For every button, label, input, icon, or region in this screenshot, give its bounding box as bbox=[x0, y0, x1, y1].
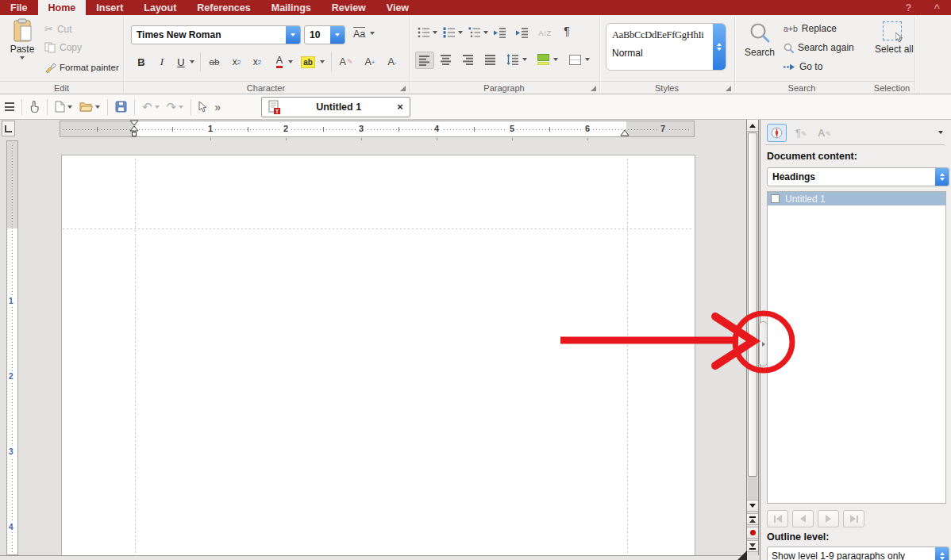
paragraph-style-panel-button[interactable]: ¶✎ bbox=[795, 127, 807, 139]
collapse-ribbon-icon[interactable]: ^ bbox=[922, 0, 951, 15]
bullet-list-dropdown-icon[interactable] bbox=[433, 31, 437, 34]
character-dialog-launcher[interactable] bbox=[400, 86, 406, 91]
paragraph-background-button[interactable] bbox=[534, 52, 552, 67]
align-center-button[interactable] bbox=[437, 52, 455, 67]
redo-button[interactable]: ↷ bbox=[167, 100, 184, 114]
sort-button[interactable]: A↕Z bbox=[536, 25, 553, 40]
outline-list-dropdown-icon[interactable] bbox=[483, 31, 488, 34]
next-page-button[interactable] bbox=[747, 540, 758, 552]
document-tab-close-icon[interactable]: × bbox=[397, 101, 403, 113]
tab-stop-selector[interactable] bbox=[2, 121, 15, 136]
numbered-list-dropdown-icon[interactable] bbox=[458, 31, 463, 34]
select-tool-button[interactable] bbox=[198, 102, 207, 113]
tab-review[interactable]: Review bbox=[321, 0, 376, 15]
last-item-button[interactable] bbox=[843, 510, 864, 527]
headings-list[interactable]: Untitled 1 bbox=[767, 191, 946, 504]
font-size-combobox[interactable]: 10 bbox=[304, 25, 345, 44]
numbered-list-button[interactable] bbox=[441, 25, 458, 40]
paragraph-dialog-launcher[interactable] bbox=[591, 86, 596, 91]
document-tab[interactable]: T Untitled 1 × bbox=[261, 97, 410, 117]
align-right-button[interactable] bbox=[460, 52, 477, 67]
copy-button[interactable]: Copy bbox=[44, 42, 82, 53]
navigation-button[interactable] bbox=[747, 527, 758, 539]
goto-button[interactable]: Go to bbox=[784, 61, 822, 72]
search-button[interactable]: Search bbox=[741, 21, 779, 58]
replace-button[interactable]: a+b Replace bbox=[784, 23, 837, 34]
menu-icon[interactable] bbox=[5, 102, 14, 111]
bold-button[interactable]: B bbox=[133, 54, 150, 70]
cut-button[interactable]: ✂ Cut bbox=[44, 23, 72, 35]
change-case-button[interactable]: Aa bbox=[353, 27, 375, 40]
outline-level-select[interactable]: Show level 1-9 paragraphs only bbox=[767, 547, 949, 560]
outline-list-button[interactable] bbox=[466, 25, 483, 40]
scrollbar-thumb[interactable] bbox=[748, 132, 757, 477]
scroll-down-button[interactable] bbox=[747, 500, 758, 512]
navigator-toggle-button[interactable] bbox=[767, 124, 787, 142]
decrease-indent-button[interactable] bbox=[514, 25, 531, 40]
font-size-dropdown-icon[interactable] bbox=[330, 26, 345, 44]
document-page[interactable] bbox=[61, 155, 695, 560]
sidebar-menu-dropdown-icon[interactable] bbox=[938, 131, 943, 134]
style-picker[interactable]: AaBbCcDdEeFfGgHhIi Normal bbox=[606, 23, 726, 71]
styles-dialog-launcher[interactable] bbox=[726, 86, 731, 91]
undo-button[interactable]: ↶ bbox=[142, 100, 160, 114]
indent-marker[interactable] bbox=[129, 120, 140, 137]
format-painter-button[interactable]: Format painter bbox=[44, 61, 119, 73]
italic-button[interactable]: I bbox=[153, 54, 171, 70]
font-color-button[interactable]: A bbox=[271, 54, 288, 70]
font-name-dropdown-icon[interactable] bbox=[286, 26, 300, 44]
save-button[interactable] bbox=[115, 101, 127, 113]
increase-indent-button[interactable] bbox=[491, 25, 509, 40]
subscript-button[interactable]: x2 bbox=[228, 54, 245, 70]
style-spinner[interactable] bbox=[713, 24, 726, 70]
tab-layout[interactable]: Layout bbox=[133, 0, 187, 15]
borders-dropdown-icon[interactable] bbox=[585, 58, 590, 61]
open-document-button[interactable] bbox=[79, 102, 100, 112]
first-item-button[interactable] bbox=[767, 510, 788, 527]
line-spacing-dropdown-icon[interactable] bbox=[522, 58, 527, 61]
new-document-button[interactable] bbox=[55, 101, 72, 113]
toolbar-overflow-icon[interactable]: » bbox=[214, 101, 221, 113]
outline-level-spinner[interactable] bbox=[935, 547, 949, 560]
tab-references[interactable]: References bbox=[187, 0, 260, 15]
vertical-ruler[interactable]: 1 2 3 4 bbox=[6, 140, 18, 555]
paste-button[interactable]: Paste bbox=[5, 18, 40, 59]
previous-page-button[interactable] bbox=[747, 513, 758, 525]
justify-button[interactable] bbox=[482, 52, 499, 67]
pan-tool-button[interactable] bbox=[29, 101, 40, 113]
horizontal-scrollbar[interactable] bbox=[0, 555, 747, 560]
document-content-select[interactable]: Headings bbox=[767, 167, 949, 186]
horizontal-ruler[interactable]: 1 2 3 4 5 6 7 bbox=[60, 121, 695, 137]
tab-file[interactable]: File bbox=[0, 0, 38, 15]
checkbox[interactable] bbox=[771, 194, 780, 203]
highlight-color-button[interactable]: ab bbox=[299, 54, 317, 70]
help-icon[interactable]: ? bbox=[894, 0, 922, 15]
character-style-button[interactable]: A ✎ bbox=[337, 54, 355, 70]
formatting-marks-button[interactable]: ¶ bbox=[558, 23, 576, 39]
scrollbar-track[interactable] bbox=[748, 477, 757, 500]
right-indent-marker[interactable] bbox=[620, 128, 630, 137]
underline-button[interactable]: U bbox=[172, 54, 190, 70]
tab-insert[interactable]: Insert bbox=[86, 0, 133, 15]
strikethrough-button[interactable]: ab bbox=[206, 54, 223, 70]
paragraph-background-dropdown-icon[interactable] bbox=[553, 58, 558, 61]
previous-item-button[interactable] bbox=[792, 510, 814, 527]
select-all-button[interactable]: Select all bbox=[875, 21, 910, 55]
shrink-font-button[interactable]: A- bbox=[383, 54, 401, 70]
tab-mailings[interactable]: Mailings bbox=[261, 0, 321, 15]
font-name-combobox[interactable]: Times New Roman bbox=[131, 25, 301, 44]
vertical-scrollbar[interactable] bbox=[746, 120, 759, 555]
borders-button[interactable] bbox=[566, 52, 583, 67]
highlight-dropdown-icon[interactable] bbox=[320, 60, 325, 63]
line-spacing-button[interactable] bbox=[504, 52, 522, 67]
align-left-button[interactable] bbox=[415, 52, 434, 69]
superscript-button[interactable]: x2 bbox=[248, 54, 266, 70]
sidebar-splitter-handle[interactable] bbox=[759, 321, 768, 366]
character-style-panel-button[interactable]: A✎ bbox=[818, 127, 831, 139]
list-item[interactable]: Untitled 1 bbox=[768, 192, 945, 205]
bullet-list-button[interactable] bbox=[415, 25, 433, 40]
document-content-spinner[interactable] bbox=[935, 168, 949, 186]
tab-home[interactable]: Home bbox=[38, 0, 87, 15]
grow-font-button[interactable]: A+ bbox=[361, 54, 379, 70]
scroll-up-button[interactable] bbox=[747, 120, 758, 132]
